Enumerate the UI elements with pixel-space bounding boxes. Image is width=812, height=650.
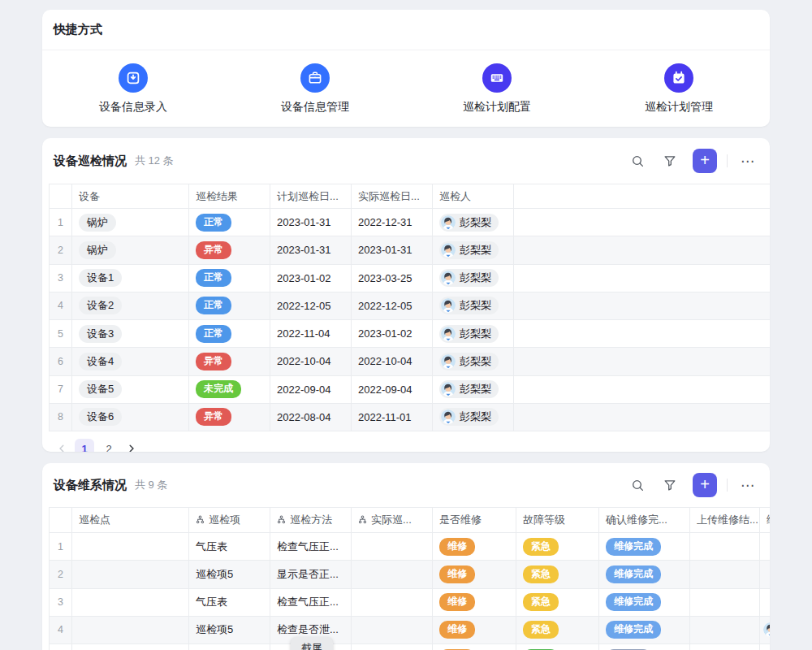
point-cell — [72, 561, 189, 587]
maintenance-toolbar: 设备维系情况 共 9 条 + ⋯ — [42, 463, 770, 507]
status-badge: 维修完成 — [606, 538, 661, 556]
inspection-actions: + ⋯ — [613, 149, 758, 173]
shortcut-3[interactable]: 巡检计划管理 — [588, 63, 770, 115]
inspector-avatar — [763, 622, 770, 637]
point-cell — [72, 533, 189, 560]
inspector-cell: 彭梨梨 — [433, 376, 514, 403]
column-header[interactable]: 计划巡检日... — [270, 184, 352, 208]
actual-cell — [352, 533, 433, 560]
table-row[interactable]: 2锅炉异常2023-01-312023-01-31彭梨梨 — [50, 236, 770, 264]
planned-date: 2022-10-04 — [270, 348, 352, 375]
actual-cell — [352, 617, 433, 644]
table-row[interactable]: 2巡检项5显示是否正...维修紧急维修完成 — [50, 561, 770, 588]
result-cell: 正常 — [189, 292, 270, 319]
column-header[interactable]: 故障等级 — [516, 508, 599, 532]
column-header[interactable]: 确认维修完... — [599, 508, 690, 532]
inspector-chip: 彭梨梨 — [439, 380, 499, 398]
column-header[interactable]: 巡检结果 — [189, 184, 270, 208]
spacer-cell — [514, 236, 770, 263]
upload-cell — [690, 589, 760, 616]
filter-icon[interactable] — [662, 477, 678, 493]
inspector-chip: 彭梨梨 — [439, 241, 499, 259]
status-badge: 正常 — [196, 297, 231, 314]
table-row[interactable]: 4设备2正常2022-12-052022-12-05彭梨梨 — [50, 292, 770, 320]
device-cell: 锅炉 — [72, 209, 189, 236]
planned-date: 2022-11-04 — [270, 320, 352, 347]
next-page-button[interactable] — [123, 439, 140, 452]
column-header[interactable]: 实际巡检日... — [352, 184, 433, 208]
search-icon[interactable] — [629, 477, 646, 493]
table-row[interactable]: 7设备5未完成2022-09-042022-09-04彭梨梨 — [50, 376, 770, 404]
column-header[interactable]: 巡检方法 — [270, 508, 352, 532]
device-tag: 设备4 — [79, 353, 122, 370]
status-badge: 维修完成 — [606, 593, 661, 611]
search-icon[interactable] — [629, 153, 646, 169]
actual-date: 2022-12-31 — [352, 209, 433, 236]
shortcut-2[interactable]: 巡检计划配置 — [406, 63, 588, 115]
inspector-cell: 彭梨梨 — [433, 265, 514, 292]
maintenance-table: 巡检点巡检项巡检方法实际巡...是否维修故障等级确认维修完...上传维修结...… — [49, 507, 770, 650]
device-cell: 设备1 — [72, 265, 189, 292]
table-row[interactable]: 1气压表检查气压正...维修紧急维修完成 — [50, 533, 770, 561]
table-header-row: 巡检点巡检项巡检方法实际巡...是否维修故障等级确认维修完...上传维修结...… — [50, 508, 770, 533]
shortcut-label: 巡检计划配置 — [463, 100, 531, 115]
device-cell: 设备4 — [72, 348, 189, 375]
shortcut-1[interactable]: 设备信息管理 — [224, 63, 406, 115]
column-header[interactable]: 是否维修 — [433, 508, 516, 532]
spacer-cell — [514, 376, 770, 403]
table-row[interactable]: 6设备4异常2022-10-042022-10-04彭梨梨 — [50, 348, 770, 375]
table-row[interactable]: 5设备3正常2022-11-042023-01-02彭梨梨 — [50, 320, 770, 348]
status-badge: 紧急 — [523, 566, 559, 583]
item-cell: 巡检项5 — [189, 644, 270, 650]
lookup-icon — [196, 514, 205, 526]
column-header[interactable]: 设备 — [72, 184, 189, 208]
inspector-cell: 彭梨梨 — [433, 292, 514, 319]
inspector-avatar — [441, 215, 456, 230]
add-record-button[interactable]: + — [693, 149, 717, 173]
maintenance-card: 设备维系情况 共 9 条 + ⋯ 巡检点巡检项巡检方法实际巡...是否维修故障等… — [42, 463, 770, 650]
shortcut-0[interactable]: 设备信息录入 — [42, 63, 224, 115]
inspector-chip: 彭梨梨 — [439, 269, 499, 287]
extra-cell — [760, 533, 770, 560]
upload-cell — [690, 533, 760, 560]
device-cell: 锅炉 — [72, 236, 189, 263]
table-row[interactable]: 8设备6异常2022-08-042022-11-01彭梨梨 — [50, 404, 770, 431]
table-row[interactable]: 1锅炉正常2023-01-312022-12-31彭梨梨 — [50, 209, 770, 236]
inspection-record-count: 共 12 条 — [135, 154, 174, 168]
spacer-cell — [514, 265, 770, 292]
screenshot-button[interactable]: 截屏 — [291, 637, 333, 650]
column-header[interactable]: 上传维修结... — [690, 508, 760, 532]
spacer-cell — [514, 184, 770, 208]
table-row[interactable]: 4巡检项5检查是否泄...维修紧急维修完成 — [50, 617, 770, 644]
more-options-icon[interactable]: ⋯ — [737, 479, 758, 492]
table-row[interactable]: 5巡检项5显示是否正...维修重要维修中 — [50, 644, 770, 650]
table-header-row: 设备巡检结果计划巡检日...实际巡检日...巡检人 — [50, 184, 770, 209]
table-row[interactable]: 3气压表检查气压正...维修紧急维修完成 — [50, 589, 770, 617]
page-2-button[interactable]: 2 — [99, 439, 119, 452]
status-badge: 异常 — [196, 353, 231, 370]
column-header[interactable]: 维 — [760, 508, 770, 532]
level-cell: 紧急 — [516, 533, 599, 560]
column-header[interactable]: 巡检点 — [72, 508, 189, 532]
status-badge: 维修 — [439, 621, 475, 639]
point-cell — [72, 644, 189, 650]
column-header[interactable]: 巡检人 — [433, 184, 514, 208]
inspection-toolbar: 设备巡检情况 共 12 条 + ⋯ — [42, 138, 770, 184]
page-1-button[interactable]: 1 — [75, 439, 94, 452]
item-cell: 气压表 — [189, 533, 270, 560]
inspector-chip: 彭梨梨 — [439, 408, 499, 426]
table-row[interactable]: 3设备1正常2023-01-022023-03-25彭梨梨 — [50, 265, 770, 292]
more-options-icon[interactable]: ⋯ — [737, 154, 758, 168]
confirm-cell: 维修中 — [599, 644, 690, 650]
column-header[interactable]: 巡检项 — [189, 508, 270, 532]
inspector-cell: 彭梨梨 — [433, 348, 514, 375]
confirm-cell: 维修完成 — [599, 617, 690, 644]
status-badge: 紧急 — [523, 621, 559, 639]
device-tag: 锅炉 — [79, 241, 116, 259]
add-record-button[interactable]: + — [693, 473, 717, 497]
level-cell: 重要 — [516, 644, 599, 650]
prev-page-button[interactable] — [54, 439, 70, 452]
result-cell: 未完成 — [189, 376, 270, 403]
filter-icon[interactable] — [662, 153, 678, 169]
column-header[interactable]: 实际巡... — [352, 508, 433, 532]
